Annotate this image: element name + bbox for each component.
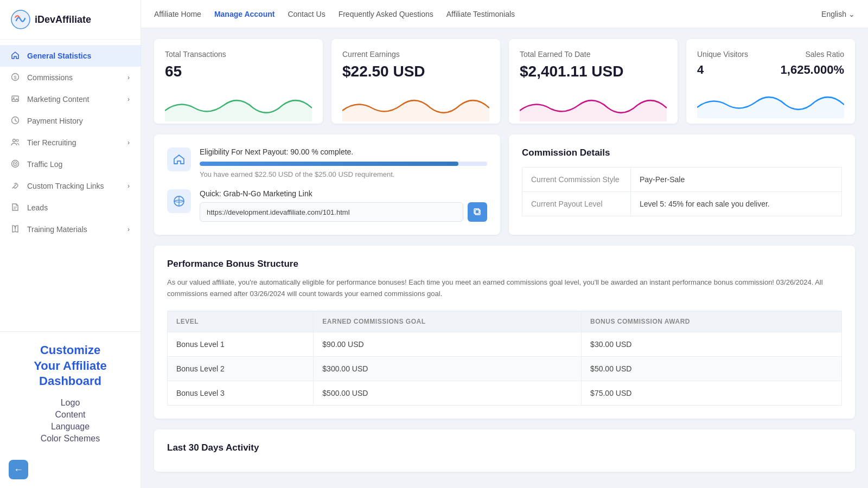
nav-label: Tier Recruiting: [27, 138, 76, 147]
topnav-link-affiliate-home[interactable]: Affiliate Home: [154, 10, 201, 18]
bonus-award: $30.00 USD: [582, 332, 842, 356]
commission-card: Commission Details Current Commission St…: [509, 134, 855, 235]
top-navigation: Affiliate HomeManage AccountContact UsFr…: [141, 0, 868, 28]
dashboard-content: Total Transactions 65 Current Earnings $…: [141, 28, 868, 483]
top-nav-links: Affiliate HomeManage AccountContact UsFr…: [154, 10, 515, 18]
bonus-goal: $500.00 USD: [314, 381, 582, 405]
stat-card-total-transactions: Total Transactions 65: [154, 39, 323, 124]
commission-value: Pay-Per-Sale: [631, 168, 842, 192]
payout-icon-wrap: [167, 147, 191, 171]
book-icon: [11, 224, 21, 234]
sidebar-item-leads[interactable]: Leads: [0, 197, 141, 219]
nav-label: Leads: [27, 203, 48, 212]
stat-value: 65: [165, 63, 312, 80]
stat-label-visitors: Unique Visitors: [697, 50, 748, 59]
link-icon: [11, 181, 21, 191]
file-icon: [11, 203, 21, 213]
stat-value: $2,401.11 USD: [520, 63, 667, 80]
link-content: Quick: Grab-N-Go Marketing Link: [200, 189, 487, 222]
home-icon: [11, 51, 21, 61]
progress-bar-bg: [200, 162, 487, 166]
bonus-col-header: EARNED COMMISSIONS GOAL: [314, 311, 582, 332]
main-content: Affiliate HomeManage AccountContact UsFr…: [141, 0, 868, 488]
logo-text: iDevAffiliate: [35, 14, 91, 25]
bonus-goal: $90.00 USD: [314, 332, 582, 356]
stat-label-sales: Sales Ratio: [781, 50, 844, 59]
sidebar-item-tier-recruiting[interactable]: Tier Recruiting›: [0, 132, 141, 153]
link-icon-wrap: [167, 189, 191, 213]
stat-label: Total Transactions: [165, 50, 312, 59]
chevron-icon: ›: [127, 226, 130, 233]
sidebar-item-training-materials[interactable]: Training Materials›: [0, 219, 141, 240]
nav-label: Custom Tracking Links: [27, 182, 104, 190]
performance-bonus-card: Performance Bonus Structure As our value…: [154, 246, 855, 419]
payout-text: Eligibility For Next Payout: 90.00 % com…: [200, 147, 487, 178]
logo-icon: [11, 10, 30, 29]
performance-bonus-title: Performance Bonus Structure: [167, 259, 842, 269]
back-button[interactable]: ←: [9, 460, 28, 479]
image-icon: [11, 94, 21, 104]
performance-bonus-desc: As our valued affiliate, you're automati…: [167, 277, 842, 300]
stat-label: Current Earnings: [342, 50, 489, 59]
topnav-link-contact-us[interactable]: Contact Us: [288, 10, 325, 18]
stat-card-current-earnings: Current Earnings $22.50 USD: [331, 39, 500, 124]
marketing-link-section: Quick: Grab-N-Go Marketing Link: [167, 189, 487, 222]
progress-bar-fill: [200, 162, 458, 166]
stat-label: Total Earned To Date: [520, 50, 667, 59]
chart-unique-visitors-sales: [697, 86, 844, 118]
nav-label: Commissions: [27, 73, 73, 82]
stat-card-unique-visitors-sales: Unique Visitors 4 Sales Ratio 1,625.000%: [686, 39, 855, 124]
bonus-col-header: LEVEL: [168, 311, 314, 332]
customize-link-content[interactable]: Content: [11, 410, 130, 420]
chart-current-earnings: [342, 89, 489, 121]
bonus-table: LEVELEARNED COMMISSIONS GOALBONUS COMMIS…: [167, 311, 842, 406]
target-icon: [11, 159, 21, 169]
sidebar-nav: General Statistics$Commissions›Marketing…: [0, 40, 141, 331]
sidebar-item-commissions[interactable]: $Commissions›: [0, 67, 141, 88]
stat-pair: Unique Visitors 4 Sales Ratio 1,625.000%: [697, 50, 844, 86]
bonus-award: $50.00 USD: [582, 356, 842, 381]
commission-table: Current Commission StylePay-Per-SaleCurr…: [522, 167, 842, 216]
language-selector[interactable]: English ⌄: [821, 10, 855, 18]
nav-label: Marketing Content: [27, 95, 89, 104]
bonus-row: Bonus Level 1$90.00 USD$30.00 USD: [168, 332, 842, 356]
chevron-icon: ›: [127, 182, 130, 190]
sidebar-item-custom-tracking-links[interactable]: Custom Tracking Links›: [0, 175, 141, 197]
dollar-icon: $: [11, 73, 21, 82]
link-input-row: [200, 202, 487, 222]
copy-link-button[interactable]: [468, 202, 487, 222]
nav-label: Payment History: [27, 117, 83, 125]
nav-label: Traffic Log: [27, 160, 62, 169]
chevron-icon: ›: [127, 139, 130, 146]
customize-section: CustomizeYour AffiliateDashboard LogoCon…: [0, 331, 141, 454]
payout-eligibility-text: Eligibility For Next Payout: 90.00 % com…: [200, 147, 487, 156]
sidebar-item-traffic-log[interactable]: Traffic Log: [0, 153, 141, 175]
topnav-link-testimonials[interactable]: Affiliate Testimonials: [446, 10, 515, 18]
bonus-level: Bonus Level 2: [168, 356, 314, 381]
customize-link-logo[interactable]: Logo: [11, 398, 130, 408]
payout-earned-text: You have earned $22.50 USD of the $25.00…: [200, 170, 487, 178]
bonus-row: Bonus Level 3$500.00 USD$75.00 USD: [168, 381, 842, 405]
commission-value: Level 5: 45% for each sale you deliver.: [631, 192, 842, 216]
last30-title: Last 30 Days Activity: [167, 442, 842, 453]
last30-card: Last 30 Days Activity: [154, 429, 855, 472]
bonus-level: Bonus Level 1: [168, 332, 314, 356]
marketing-link-input[interactable]: [200, 202, 463, 222]
sidebar-item-payment-history[interactable]: Payment History: [0, 110, 141, 132]
customize-links: LogoContentLanguageColor Schemes: [11, 398, 130, 444]
payout-header: Eligibility For Next Payout: 90.00 % com…: [167, 147, 487, 178]
sidebar-item-general-statistics[interactable]: General Statistics: [0, 45, 141, 67]
sidebar-item-marketing-content[interactable]: Marketing Content›: [0, 88, 141, 110]
stats-grid: Total Transactions 65 Current Earnings $…: [154, 39, 855, 124]
svg-point-4: [13, 97, 14, 98]
customize-link-color-schemes[interactable]: Color Schemes: [11, 434, 130, 444]
logo-area: iDevAffiliate: [0, 0, 141, 40]
customize-link-language[interactable]: Language: [11, 422, 130, 432]
bonus-col-header: BONUS COMMISSION AWARD: [582, 311, 842, 332]
svg-text:$: $: [14, 75, 16, 80]
stat-value-sales: 1,625.000%: [781, 63, 844, 77]
topnav-link-faq[interactable]: Frequently Asked Questions: [339, 10, 433, 18]
topnav-link-manage-account[interactable]: Manage Account: [214, 10, 275, 18]
commission-title: Commission Details: [522, 147, 842, 158]
sidebar: iDevAffiliate General Statistics$Commiss…: [0, 0, 141, 488]
